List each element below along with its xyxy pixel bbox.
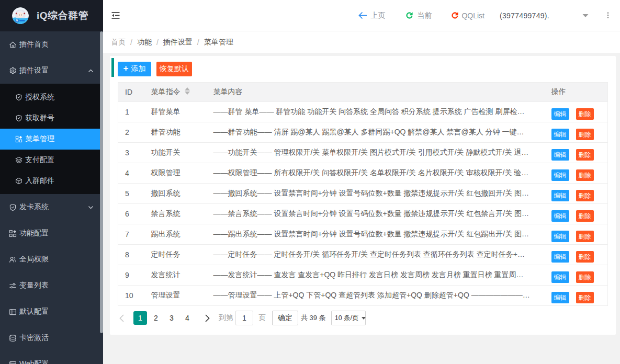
cell-id: 5: [118, 184, 144, 204]
main-area: 上页 当前 QQList (3977499749).: [103, 0, 620, 364]
page-button[interactable]: 2: [149, 311, 163, 325]
page-button[interactable]: 4: [181, 311, 194, 325]
cell-id: 2: [118, 122, 144, 143]
delete-button[interactable]: 删除: [576, 271, 594, 283]
cell-cmd: 管理设置: [144, 286, 207, 306]
edit-button[interactable]: 编辑: [551, 169, 569, 181]
edit-button[interactable]: 编辑: [551, 129, 569, 140]
app-logo: N iQ综合群管: [0, 0, 103, 31]
sidebar-nav: 插件首页 插件设置 授权系统 获取群号: [0, 31, 100, 364]
arrow-left-icon: [358, 11, 367, 20]
cell-cmd: 禁言系统: [144, 204, 207, 224]
page-button[interactable]: 3: [165, 311, 178, 325]
add-button[interactable]: +添加: [118, 62, 151, 76]
column-label-id: ID: [125, 88, 132, 96]
edit-button[interactable]: 编辑: [551, 292, 569, 303]
refresh-current-link[interactable]: 当前: [405, 11, 432, 20]
sidebar-item-get-group[interactable]: 获取群号: [0, 108, 100, 129]
page-button-active[interactable]: 1: [133, 311, 147, 325]
sort-icon[interactable]: [185, 87, 190, 95]
sidebar-item-pay-config[interactable]: 支付配置: [0, 150, 100, 170]
edit-button[interactable]: 编辑: [551, 210, 569, 222]
delete-button[interactable]: 删除: [576, 190, 594, 201]
table-row: 3功能开关——功能开关—— 管理权限开/关 菜单权限开/关 图片模式开/关 引用…: [118, 143, 608, 163]
page-number-input[interactable]: [235, 311, 253, 325]
page-size-select[interactable]: 10 条/页: [331, 311, 366, 325]
delete-button[interactable]: 删除: [576, 210, 594, 222]
table-row: 7踢出系统——踢出系统—— 设置禁言时间+分钟 设置号码位数+数量 撤禁违规提示…: [118, 224, 608, 245]
chevron-up-icon: [88, 68, 94, 74]
delete-button[interactable]: 删除: [576, 292, 594, 303]
component-icon: [15, 135, 22, 143]
edit-button[interactable]: 编辑: [551, 251, 569, 263]
breadcrumb-separator: /: [130, 38, 132, 47]
edit-button[interactable]: 编辑: [551, 149, 569, 161]
cell-actions: 编辑删除: [545, 245, 608, 265]
delete-button[interactable]: 删除: [576, 169, 594, 181]
sidebar-item-card-system[interactable]: 发卡系统: [0, 194, 100, 220]
collapse-sidebar-icon[interactable]: [111, 12, 120, 19]
cell-id: 8: [118, 245, 144, 265]
restore-default-button[interactable]: 恢复默认: [156, 62, 192, 76]
users-icon: [9, 256, 17, 264]
cell-content: ——撤回系统—— 设置禁言时间+分钟 设置号码位数+数量 撤禁违规提示开/关 红…: [207, 184, 545, 204]
account-number[interactable]: (3977499749).: [500, 12, 549, 20]
edit-button[interactable]: 编辑: [551, 271, 569, 283]
cell-content: ——管理设置—— 上管+QQ 下管+QQ 查超管列表 添加超管+QQ 删除超管+…: [207, 286, 545, 306]
delete-button[interactable]: 删除: [576, 129, 594, 140]
sidebar-item-default-config[interactable]: 默认配置: [0, 299, 100, 325]
cell-actions: 编辑删除: [545, 224, 608, 245]
cell-content: ——群管 菜单—— 群管功能 功能开关 问答系统 全局问答 积分系统 提示系统 …: [207, 102, 545, 122]
sidebar-item-label: 插件首页: [19, 40, 49, 49]
sidebar-item-label: 授权系统: [25, 93, 54, 102]
sidebar-item-plugin-settings[interactable]: 插件设置: [0, 58, 100, 84]
template-icon: [9, 308, 17, 316]
edit-button[interactable]: 编辑: [551, 190, 569, 201]
more-vertical-icon[interactable]: [607, 12, 609, 19]
table-row: 10管理设置——管理设置—— 上管+QQ 下管+QQ 查超管列表 添加超管+QQ…: [118, 286, 608, 306]
sidebar-scrollbar[interactable]: [100, 31, 103, 333]
cell-id: 1: [118, 102, 144, 122]
confirm-button[interactable]: 确定: [272, 311, 298, 325]
prev-page-link[interactable]: 上页: [358, 11, 385, 20]
sidebar-item-plugin-home[interactable]: 插件首页: [0, 31, 100, 58]
cell-content: ——定时任务—— 定时任务开/关 循环任务开/关 查定时任务列表 查循环任务列表…: [207, 245, 545, 265]
sidebar-item-function-config[interactable]: 功能配置: [0, 220, 100, 246]
cell-content: ——功能开关—— 管理权限开/关 菜单权限开/关 图片模式开/关 引用模式开/关…: [207, 143, 545, 163]
app-avatar: N: [12, 7, 29, 24]
refresh-qqlist-link[interactable]: QQList: [450, 11, 484, 20]
goto-label: 到第: [219, 313, 233, 323]
sidebar-item-auth-system[interactable]: 授权系统: [0, 87, 100, 108]
cell-content: ——发言统计—— 查发言 查发言+QQ 昨日排行 发言日榜 发言周榜 发言月榜 …: [207, 265, 545, 286]
edit-button[interactable]: 编辑: [551, 231, 569, 242]
cell-content: ——踢出系统—— 设置禁言时间+分钟 设置号码位数+数量 撤禁违规提示开/关 红…: [207, 224, 545, 245]
sidebar-item-card-activate[interactable]: 卡密激活: [0, 325, 100, 351]
restore-button-label: 恢复默认: [160, 64, 189, 74]
delete-button[interactable]: 删除: [576, 251, 594, 263]
cell-content: ——权限管理—— 所有权限开/关 问答权限开/关 名单权限开/关 名片权限开/关…: [207, 163, 545, 184]
delete-button[interactable]: 删除: [576, 149, 594, 161]
next-arrow-icon[interactable]: [204, 311, 211, 325]
sidebar-item-label: 默认配置: [19, 307, 49, 316]
app-title: iQ综合群管: [37, 9, 88, 22]
column-header-cmd[interactable]: 菜单指令: [144, 83, 207, 102]
home-icon: [9, 41, 17, 49]
breadcrumb-home[interactable]: 首页: [111, 38, 126, 47]
menu-table: ID 菜单指令 菜单内容 操作 1群管菜单——群管 菜单—— 群管功能 功能开关…: [118, 82, 608, 306]
account-dropdown-caret-icon[interactable]: [582, 14, 589, 18]
column-header-id: ID: [118, 83, 144, 102]
sidebar-item-variable-list[interactable]: 变量列表: [0, 272, 100, 299]
column-label-cmd: 菜单指令: [151, 87, 181, 96]
delete-button[interactable]: 删除: [576, 108, 594, 120]
sidebar-item-web-config[interactable]: Web配置: [0, 351, 100, 364]
breadcrumb: 首页 / 功能 / 插件设置 / 菜单管理: [103, 31, 620, 53]
edit-button[interactable]: 编辑: [551, 108, 569, 120]
delete-button[interactable]: 删除: [576, 231, 594, 242]
sidebar-item-join-mail[interactable]: 入群邮件: [0, 170, 100, 191]
sidebar-item-global-perms[interactable]: 全局权限: [0, 246, 100, 272]
cell-id: 6: [118, 204, 144, 224]
layers-icon: [15, 156, 22, 164]
prev-arrow-icon[interactable]: [118, 311, 126, 325]
sidebar-item-menu-manage[interactable]: 菜单管理: [0, 129, 100, 150]
cell-id: 7: [118, 224, 144, 245]
